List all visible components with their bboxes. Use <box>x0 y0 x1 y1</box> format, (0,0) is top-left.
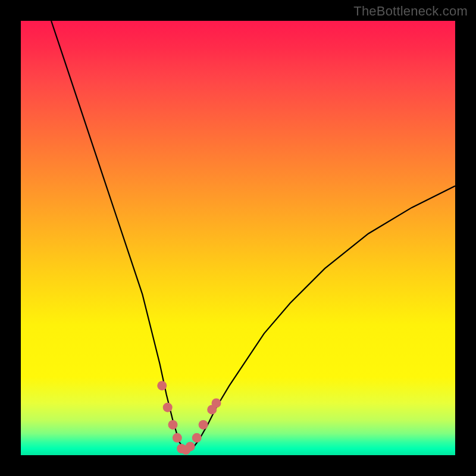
chart-frame: TheBottleneck.com <box>0 0 476 476</box>
marker-dot <box>212 398 221 408</box>
watermark-text: TheBottleneck.com <box>353 4 468 19</box>
marker-dot <box>168 420 178 430</box>
marker-dot <box>192 433 202 443</box>
marker-dot <box>199 420 208 430</box>
marker-dot <box>186 441 195 451</box>
marker-dot <box>157 381 167 390</box>
curve-path <box>51 21 455 451</box>
marker-dot <box>173 433 182 443</box>
bottleneck-curve <box>21 21 455 455</box>
plot-area <box>21 21 455 455</box>
marker-dot <box>163 403 173 412</box>
